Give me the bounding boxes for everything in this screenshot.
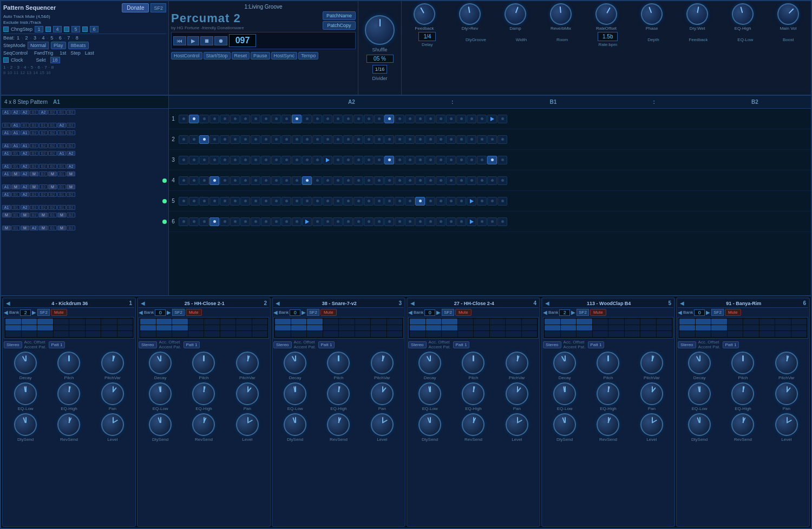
step-cell-r6-s7[interactable] <box>240 217 250 226</box>
step-cell-r5-s28[interactable] <box>456 197 466 206</box>
step-cell-r2-s5[interactable] <box>220 135 230 144</box>
tempo-button[interactable]: Tempo <box>298 52 318 59</box>
step-cell-r3-s20[interactable] <box>374 156 384 164</box>
step-cell-r4-s14[interactable] <box>312 176 322 185</box>
step-cell-r4-s9[interactable] <box>261 176 271 185</box>
arrow-right-5[interactable]: ▶ <box>571 309 575 315</box>
step-cell-r1-s17[interactable] <box>343 115 353 123</box>
step-cell-r5-s9[interactable] <box>261 197 271 206</box>
stereo-btn-6[interactable]: Stereo <box>678 341 696 348</box>
step-cell-r5-s32[interactable] <box>497 197 507 206</box>
knob-revsend-4[interactable] <box>462 413 484 436</box>
sf2-button-3[interactable]: SF2 <box>307 309 319 316</box>
step-cell-r5-s10[interactable] <box>271 197 281 206</box>
sf2-button[interactable]: SF2 <box>150 3 166 12</box>
step-cell-r6-s16[interactable] <box>333 217 343 226</box>
step-cell-r3-s16[interactable] <box>333 156 343 164</box>
step-cell-r1-s13[interactable] <box>302 115 312 123</box>
8beats-button[interactable]: 8Beats <box>68 42 89 49</box>
step-cell-r3-s32[interactable] <box>497 156 507 164</box>
step-cell-r6-s24[interactable] <box>415 217 425 226</box>
step-cell-r1-s22[interactable] <box>395 115 404 123</box>
mute-button-1[interactable]: Mute <box>51 309 67 316</box>
step-cell-r4-s12[interactable] <box>292 176 302 185</box>
knob-eqhigh-2[interactable] <box>192 382 215 405</box>
arrow-left-5[interactable]: ◀ <box>543 309 547 315</box>
knob-eqlow-5[interactable] <box>553 382 576 405</box>
step-cell-r5-s27[interactable] <box>446 197 456 206</box>
pause-button[interactable]: Pause <box>251 52 270 59</box>
knob-eqlow-4[interactable] <box>418 382 441 405</box>
step-cell-r5-s19[interactable] <box>364 197 374 206</box>
step-cell-r2-s23[interactable] <box>405 135 415 144</box>
step-cell-r6-s10[interactable] <box>271 217 281 226</box>
knob-pan-4[interactable] <box>506 382 528 405</box>
knob-level-5[interactable] <box>640 413 663 436</box>
step-cell-r1-s2[interactable] <box>189 115 199 123</box>
step-cell-r5-s21[interactable] <box>384 197 394 206</box>
knob-revsend-3[interactable] <box>327 413 350 436</box>
arrow-left-3[interactable]: ◀ <box>273 309 278 315</box>
step-cell-r5-s29[interactable] <box>467 197 476 206</box>
step-cell-r2-s16[interactable] <box>333 135 343 144</box>
step-cell-r3-s2[interactable] <box>189 156 199 164</box>
step-cell-r6-s15[interactable] <box>323 217 332 226</box>
step-cell-r2-s12[interactable] <box>292 135 302 144</box>
step-cell-r4-s3[interactable] <box>199 176 209 185</box>
knob-pitch-6[interactable] <box>731 352 754 374</box>
knob-pitch-2[interactable] <box>192 352 215 374</box>
step-cell-r5-s26[interactable] <box>436 197 446 206</box>
step-cell-r1-s9[interactable] <box>261 115 271 123</box>
step-cell-r5-s22[interactable] <box>395 197 404 206</box>
knob-dlysend-3[interactable] <box>284 413 306 436</box>
sf2-button-1[interactable]: SF2 <box>37 309 50 316</box>
step-cell-r3-s9[interactable] <box>261 156 271 164</box>
step-cell-r3-s14[interactable] <box>312 156 322 164</box>
step-cell-r5-s24[interactable] <box>415 197 425 206</box>
step-cell-r3-s18[interactable] <box>353 156 363 164</box>
step-cell-r4-s17[interactable] <box>343 176 353 185</box>
step-cell-r6-s29[interactable] <box>467 217 476 226</box>
chng-step-value[interactable]: 1 <box>35 26 43 32</box>
step-cell-r6-s23[interactable] <box>405 217 415 226</box>
step-cell-r4-s32[interactable] <box>497 176 507 185</box>
knob-decay-6[interactable] <box>688 352 711 374</box>
step-cell-r6-s13[interactable] <box>302 217 312 226</box>
step-cell-r2-s10[interactable] <box>271 135 281 144</box>
mute-button-4[interactable]: Mute <box>455 309 472 316</box>
step-cell-r2-s2[interactable] <box>189 135 199 144</box>
knob-decay-1[interactable] <box>14 352 37 374</box>
step-cell-r4-s18[interactable] <box>353 176 363 185</box>
step-cell-r1-s24[interactable] <box>415 115 425 123</box>
step-cell-r1-s5[interactable] <box>220 115 230 123</box>
knob-pitchvar-3[interactable] <box>371 352 394 374</box>
col5-checkbox[interactable] <box>64 27 69 32</box>
knob-eqhigh-5[interactable] <box>597 382 619 405</box>
step-cell-r4-s31[interactable] <box>487 176 497 185</box>
step-cell-r6-s27[interactable] <box>446 217 456 226</box>
patch-name-button[interactable]: PatchName <box>323 11 356 20</box>
step-cell-r2-s26[interactable] <box>436 135 446 144</box>
step-cell-r6-s22[interactable] <box>395 217 404 226</box>
start-stop-button[interactable]: Start/Stop <box>204 52 231 59</box>
knob-eqlow-3[interactable] <box>284 382 306 405</box>
donate-button[interactable]: Donate <box>122 3 149 12</box>
step-cell-r3-s25[interactable] <box>425 156 435 164</box>
knob-pitchvar-4[interactable] <box>506 352 528 374</box>
step-cell-r4-s20[interactable] <box>374 176 384 185</box>
step-cell-r6-s18[interactable] <box>353 217 363 226</box>
step-cell-r3-s17[interactable] <box>343 156 353 164</box>
step-cell-r4-s27[interactable] <box>446 176 456 185</box>
shuffle-knob[interactable] <box>365 15 395 45</box>
record-button[interactable]: ⏺ <box>214 36 227 45</box>
step-cell-r2-s13[interactable] <box>302 135 312 144</box>
step-cell-r3-s15[interactable] <box>323 156 332 164</box>
step-cell-r6-s28[interactable] <box>456 217 466 226</box>
step-cell-r3-s1[interactable] <box>179 156 188 164</box>
patch-copy-button[interactable]: PatchCopy <box>323 21 356 30</box>
sf2-button-2[interactable]: SF2 <box>172 309 185 316</box>
step-cell-r6-s14[interactable] <box>312 217 322 226</box>
step-cell-r2-s24[interactable] <box>415 135 425 144</box>
step-cell-r1-s14[interactable] <box>312 115 322 123</box>
step-cell-r6-s30[interactable] <box>477 217 487 226</box>
